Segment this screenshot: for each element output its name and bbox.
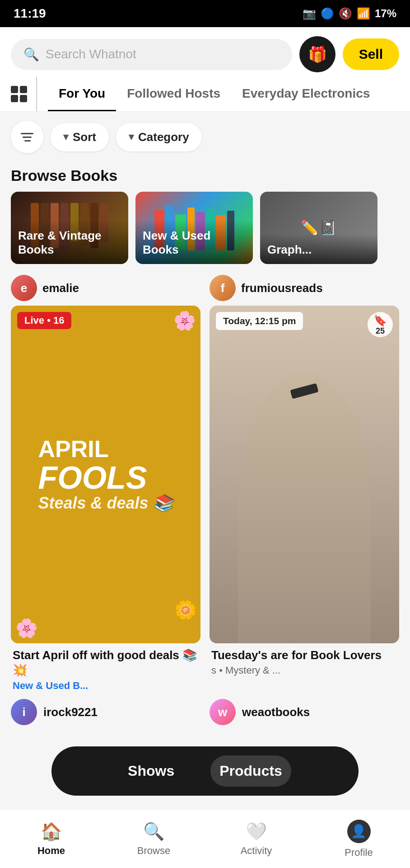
stream-title-frumiousreads: Tuesday's are for Book Lovers bbox=[211, 648, 397, 663]
bookmark-count: 25 bbox=[376, 327, 385, 335]
book-prop bbox=[290, 383, 318, 399]
reader-silhouette bbox=[238, 373, 371, 643]
sort-pill[interactable]: ▾ Sort bbox=[51, 123, 109, 151]
category-pill[interactable]: ▾ Category bbox=[116, 123, 202, 151]
activity-label: Activity bbox=[241, 845, 272, 857]
graphic-label: Graph... bbox=[260, 234, 377, 264]
flower-decor-1: 🌸 bbox=[173, 310, 196, 331]
filter-icon-button[interactable] bbox=[11, 121, 43, 153]
schedule-badge-frumiousreads: Today, 12:15 pm bbox=[216, 312, 303, 330]
filter-icon bbox=[21, 133, 33, 142]
sell-button[interactable]: Sell bbox=[343, 38, 399, 70]
stream-category-emalie: New & Used B... bbox=[13, 680, 199, 692]
host-name-frumiousreads: frumiousreads bbox=[241, 281, 323, 295]
category-row: Rare & Vintage Books New & Used Books bbox=[0, 192, 410, 264]
bookmark-icon: 🔖 bbox=[373, 314, 387, 327]
category-chevron-icon: ▾ bbox=[129, 131, 134, 143]
stream-thumb-emalie[interactable]: APRIL FOOLS Steals & deals 📚 🌸 🌼 🌸 Live … bbox=[11, 306, 200, 643]
nav-tabs: For You Followed Hosts Everyday Electron… bbox=[0, 77, 410, 112]
status-time: 11:19 bbox=[14, 6, 46, 21]
stream-host-emalie: e emalie bbox=[11, 275, 200, 301]
category-label: Category bbox=[138, 130, 189, 144]
stream-info-frumiousreads: Tuesday's are for Book Lovers s • Myster… bbox=[210, 643, 399, 677]
browse-section-title: Browse Books bbox=[0, 162, 410, 192]
tab-everyday-electronics[interactable]: Everyday Electronics bbox=[231, 77, 381, 111]
nav-item-browse[interactable]: 🔍 Browse bbox=[102, 821, 205, 857]
bottom-hosts-row: i irock9221 w weaotbooks bbox=[0, 692, 410, 725]
live-badge-emalie: Live • 16 bbox=[17, 312, 71, 329]
browse-icon: 🔍 bbox=[143, 821, 164, 841]
host-name-irock9221: irock9221 bbox=[43, 705, 98, 719]
battery-label: 17% bbox=[375, 7, 396, 20]
camera-icon: 📷 bbox=[303, 7, 316, 20]
bottom-nav: 🏠 Home 🔍 Browse 🤍 Activity 👤 Profile bbox=[0, 809, 410, 868]
activity-icon: 🤍 bbox=[246, 821, 267, 841]
popup-products[interactable]: Products bbox=[210, 755, 291, 787]
gift-icon: 🎁 bbox=[308, 45, 327, 63]
april-fools-text: APRIL FOOLS Steals & deals 📚 bbox=[29, 428, 182, 521]
home-label: Home bbox=[37, 845, 65, 857]
nav-item-home[interactable]: 🏠 Home bbox=[0, 821, 102, 857]
stream-tags-frumiousreads: s • Mystery & ... bbox=[211, 665, 397, 676]
flower-decor-2: 🌼 bbox=[174, 599, 197, 621]
home-icon: 🏠 bbox=[41, 821, 62, 841]
flower-decor-3: 🌸 bbox=[15, 618, 38, 639]
tab-followed-hosts[interactable]: Followed Hosts bbox=[116, 77, 231, 111]
header: 🔍 Search Whatnot 🎁 Sell bbox=[0, 27, 410, 77]
rare-vintage-label: Rare & Vintage Books bbox=[11, 220, 128, 264]
wifi-icon: 📶 bbox=[357, 7, 370, 20]
search-placeholder: Search Whatnot bbox=[46, 47, 136, 61]
host-name-weaotbooks: weaotbooks bbox=[242, 705, 310, 719]
avatar-weaotbooks: w bbox=[210, 699, 236, 725]
status-bar: 11:19 📷 🔵 🔇 📶 17% bbox=[0, 0, 410, 27]
nav-item-activity[interactable]: 🤍 Activity bbox=[205, 821, 308, 857]
status-icons: 📷 🔵 🔇 📶 17% bbox=[303, 7, 396, 20]
stream-host-frumiousreads: f frumiousreads bbox=[210, 275, 399, 301]
category-rare-vintage[interactable]: Rare & Vintage Books bbox=[11, 192, 128, 264]
grid-icon bbox=[11, 86, 27, 102]
sort-chevron-icon: ▾ bbox=[63, 131, 68, 143]
category-graphic[interactable]: ✏️📓 Graph... bbox=[260, 192, 377, 264]
nav-item-profile[interactable]: 👤 Profile bbox=[308, 820, 410, 859]
bookmark-badge-frumiousreads: 🔖 25 bbox=[368, 312, 393, 337]
avatar-emalie: e bbox=[11, 275, 37, 301]
stream-item-frumiousreads[interactable]: f frumiousreads Today, 12:15 pm 🔖 bbox=[210, 275, 399, 692]
stream-info-emalie: Start April off with good deals 📚💥 New &… bbox=[11, 643, 200, 692]
host-mini-irock9221[interactable]: i irock9221 bbox=[11, 699, 200, 725]
bluetooth-icon: 🔵 bbox=[321, 7, 334, 20]
avatar-irock9221: i bbox=[11, 699, 37, 725]
profile-label: Profile bbox=[345, 847, 373, 859]
grid-icon-button[interactable] bbox=[11, 77, 37, 111]
gift-button[interactable]: 🎁 bbox=[299, 36, 335, 72]
stream-item-emalie[interactable]: e emalie APRIL FOOLS Steals & deals 📚 🌸 … bbox=[11, 275, 200, 692]
host-name-emalie: emalie bbox=[42, 281, 79, 295]
tab-for-you[interactable]: For You bbox=[48, 77, 116, 111]
category-new-used[interactable]: New & Used Books bbox=[135, 192, 253, 264]
search-bar[interactable]: 🔍 Search Whatnot bbox=[11, 39, 292, 70]
stream-thumb-frumiousreads[interactable]: Today, 12:15 pm 🔖 25 bbox=[210, 306, 399, 643]
search-icon: 🔍 bbox=[23, 47, 39, 62]
bottom-popup: Shows Products bbox=[51, 746, 359, 796]
filter-bar: ▾ Sort ▾ Category bbox=[0, 112, 410, 162]
host-mini-weaotbooks[interactable]: w weaotbooks bbox=[210, 699, 399, 725]
avatar-frumiousreads: f bbox=[210, 275, 236, 301]
streams-grid: e emalie APRIL FOOLS Steals & deals 📚 🌸 … bbox=[0, 264, 410, 692]
new-used-label: New & Used Books bbox=[135, 220, 253, 264]
popup-shows[interactable]: Shows bbox=[119, 755, 183, 787]
browse-label: Browse bbox=[137, 845, 170, 857]
sort-label: Sort bbox=[73, 130, 96, 144]
profile-icon: 👤 bbox=[347, 820, 371, 843]
stream-title-emalie: Start April off with good deals 📚💥 bbox=[13, 648, 199, 679]
mute-icon: 🔇 bbox=[339, 7, 352, 20]
